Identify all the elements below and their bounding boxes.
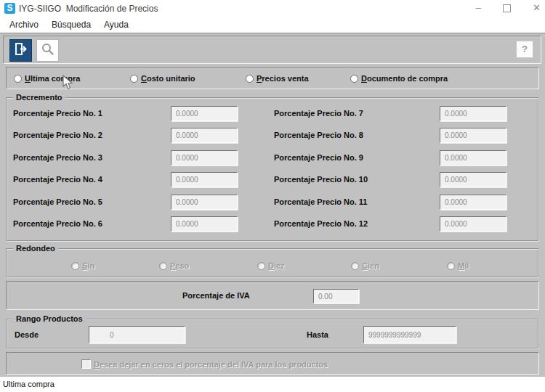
iva-zero-checkbox[interactable] [81,359,91,369]
input-precio-7[interactable] [440,106,506,121]
input-precio-4[interactable] [171,172,238,187]
input-precio-1[interactable] [171,106,238,121]
hasta-label: Hasta [307,330,328,339]
radio-diez[interactable] [257,262,265,270]
label-precio-9: Porcentaje Precio No. 9 [274,153,363,162]
price-type-panel: Ultima compra Costo unitario Precios ven… [6,67,539,89]
radio-mil[interactable] [447,262,455,270]
input-precio-12[interactable] [440,216,506,232]
exit-button[interactable] [9,39,32,62]
label-precio-2: Porcentaje Precio No. 2 [13,131,102,139]
maximize-icon[interactable] [503,4,511,12]
menu-busqueda[interactable]: Búsqueda [45,20,97,30]
input-precio-9[interactable] [440,150,506,166]
radio-label-diez[interactable]: Diez [268,261,285,270]
radio-label-peso[interactable]: Peso [170,261,189,270]
radio-sin[interactable] [71,262,79,270]
hasta-input[interactable] [363,326,456,343]
desde-input[interactable] [89,326,185,343]
desde-label: Desde [15,330,39,339]
label-precio-4: Porcentaje Precio No. 4 [13,175,102,184]
toolbar: ? [3,36,541,64]
minimize-icon[interactable]: – [476,4,481,12]
radio-label-sin[interactable]: Sin [82,261,94,270]
radio-costo-unitario[interactable] [130,75,138,83]
window-title: IYG-SIIGO Modificación de Precios [19,4,158,14]
input-precio-2[interactable] [171,128,238,143]
iva-panel: Porcentaje de IVA [6,281,539,310]
radio-label-documento-compra[interactable]: Documento de compra [361,74,448,83]
search-button[interactable] [36,39,59,62]
menu-archivo[interactable]: Archivo [3,20,45,30]
label-precio-3: Porcentaje Precio No. 3 [13,153,102,162]
label-precio-5: Porcentaje Precio No. 5 [13,197,102,206]
search-icon [41,42,55,60]
radio-label-cien[interactable]: Cien [362,261,379,270]
iva-checkbox-panel: Desea dejar en ceros el porcentaje del I… [6,352,539,375]
label-precio-12: Porcentaje Precio No. 12 [274,219,368,228]
input-precio-8[interactable] [440,128,506,143]
radio-peso[interactable] [159,262,167,270]
redondeo-group-title: Redondeo [13,244,58,253]
iva-label: Porcentaje de IVA [182,291,250,300]
iva-zero-checkbox-label[interactable]: Desea dejar en ceros el porcentaje del I… [94,360,328,369]
menu-ayuda[interactable]: Ayuda [97,20,135,30]
radio-cien[interactable] [351,262,359,270]
redondeo-group: Redondeo Sin Peso Diez Cien Mil [6,248,539,278]
client-area: ? Ultima compra Costo unitario Precios v… [0,33,545,377]
label-precio-10: Porcentaje Precio No. 10 [274,175,368,184]
label-precio-8: Porcentaje Precio No. 8 [274,131,363,139]
label-precio-11: Porcentaje Precio No. 11 [274,197,367,206]
radio-label-costo-unitario[interactable]: Costo unitario [141,74,195,83]
iva-input[interactable] [313,289,359,303]
close-icon[interactable]: ✕ [533,4,541,12]
menu-bar: Archivo Búsqueda Ayuda [0,16,545,33]
status-bar: Ultima compra [0,377,545,392]
radio-ultima-compra[interactable] [14,75,22,83]
title-bar: S IYG-SIIGO Modificación de Precios – ✕ [0,0,545,16]
status-text: Ultima compra [3,380,54,388]
help-button[interactable]: ? [516,41,533,58]
radio-label-precios-venta[interactable]: Precios venta [257,74,309,83]
label-precio-6: Porcentaje Precio No. 6 [13,219,102,228]
exit-door-icon [14,42,28,59]
decremento-group: Decremento Porcentaje Precio No. 1 Porce… [6,97,539,242]
input-precio-5[interactable] [171,195,238,210]
input-precio-10[interactable] [440,172,506,187]
radio-label-mil[interactable]: Mil [458,261,469,270]
window-controls: – ✕ [476,0,541,16]
input-precio-6[interactable] [171,216,238,232]
label-precio-7: Porcentaje Precio No. 7 [274,109,363,118]
radio-documento-compra[interactable] [350,75,358,83]
input-precio-11[interactable] [440,195,506,210]
label-precio-1: Porcentaje Precio No. 1 [13,109,102,118]
input-precio-3[interactable] [171,150,238,166]
decremento-group-title: Decremento [13,93,65,102]
app-window: { "window": { "title": "IYG-SIIGO Modifi… [0,0,545,392]
mouse-cursor-icon [62,75,73,93]
radio-precios-venta[interactable] [246,75,254,83]
rango-productos-group: Rango Productos Desde Hasta [6,319,539,349]
app-logo-icon: S [4,3,15,14]
rango-productos-group-title: Rango Productos [13,314,86,323]
